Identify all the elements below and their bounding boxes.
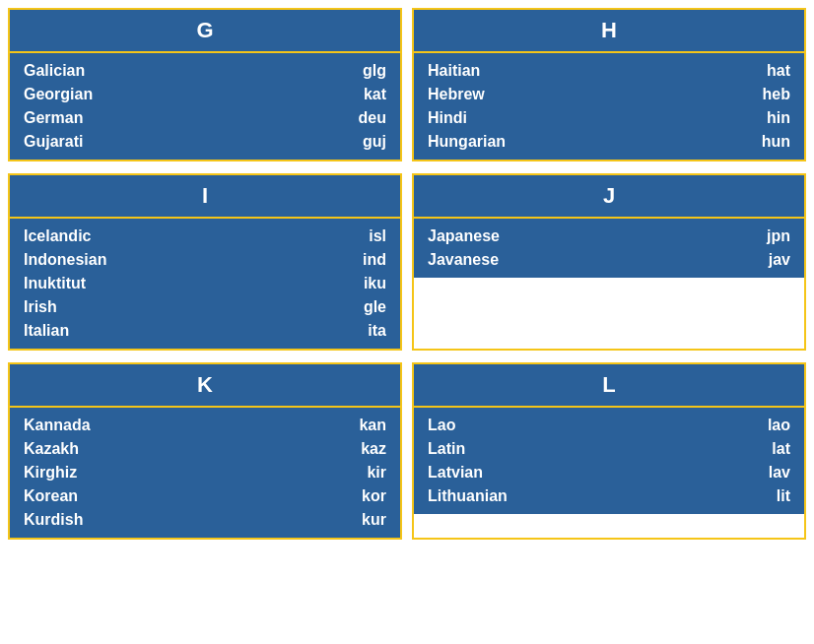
language-name: Japanese	[428, 227, 500, 245]
list-item[interactable]: Hindihin	[428, 106, 790, 130]
language-code: lat	[772, 440, 790, 458]
language-code: kur	[362, 511, 386, 529]
language-code: jpn	[767, 227, 790, 245]
language-name: Galician	[24, 62, 85, 80]
section-header-i: I	[10, 175, 400, 219]
language-name: Lao	[428, 417, 455, 434]
section-header-g: G	[10, 10, 400, 53]
section-g: GGalicianglgGeorgiankatGermandeuGujarati…	[8, 8, 402, 161]
list-item[interactable]: Galicianglg	[24, 59, 386, 83]
language-code: ita	[368, 322, 386, 340]
language-name: Irish	[24, 298, 57, 316]
language-name: Latvian	[428, 464, 483, 482]
list-item[interactable]: Latvianlav	[428, 461, 790, 484]
language-row: GGalicianglgGeorgiankatGermandeuGujarati…	[8, 8, 806, 161]
list-item[interactable]: Gujaratiguj	[24, 130, 386, 154]
section-body-j: JapanesejpnJavanesejav	[414, 219, 804, 278]
language-code: kor	[362, 487, 386, 505]
section-k: KKannadakanKazakhkazKirghizkirKoreankorK…	[8, 362, 402, 540]
language-code: guj	[363, 133, 386, 151]
list-item[interactable]: Kurdishkur	[24, 508, 386, 532]
language-code: heb	[763, 86, 790, 103]
list-item[interactable]: Lithuanianlit	[428, 484, 790, 508]
list-item[interactable]: Irishgle	[24, 295, 386, 319]
language-name: Latin	[428, 440, 465, 458]
language-name: Hebrew	[428, 86, 485, 103]
language-code: hat	[767, 62, 790, 80]
language-code: deu	[359, 109, 386, 127]
language-code: lao	[768, 417, 790, 434]
section-j: JJapanesejpnJavanesejav	[412, 173, 806, 351]
section-l: LLaolaoLatinlatLatvianlavLithuanianlit	[412, 362, 806, 540]
language-name: Korean	[24, 487, 78, 505]
language-name: Kannada	[24, 417, 91, 434]
list-item[interactable]: Japanesejpn	[428, 225, 790, 248]
language-name: Indonesian	[24, 251, 106, 269]
language-code: lav	[769, 464, 790, 482]
list-item[interactable]: Kazakhkaz	[24, 437, 386, 461]
list-item[interactable]: Kirghizkir	[24, 461, 386, 484]
language-name: Javanese	[428, 251, 499, 269]
language-code: kir	[367, 464, 386, 482]
language-name: Icelandic	[24, 227, 91, 245]
language-name: Hindi	[428, 109, 467, 127]
section-body-k: KannadakanKazakhkazKirghizkirKoreankorKu…	[10, 408, 400, 538]
language-code: iku	[364, 275, 386, 292]
language-code: kan	[359, 417, 386, 434]
language-code: glg	[363, 62, 386, 80]
list-item[interactable]: Hungarianhun	[428, 130, 790, 154]
section-i: IIcelandicislIndonesianindInuktitutikuIr…	[8, 173, 402, 351]
list-item[interactable]: Haitianhat	[428, 59, 790, 83]
list-item[interactable]: Georgiankat	[24, 83, 386, 106]
section-header-k: K	[10, 364, 400, 408]
section-header-l: L	[414, 364, 804, 408]
language-name: Georgian	[24, 86, 93, 103]
list-item[interactable]: Germandeu	[24, 106, 386, 130]
language-name: Inuktitut	[24, 275, 86, 292]
language-code: hin	[767, 109, 790, 127]
section-header-j: J	[414, 175, 804, 219]
language-name: Kurdish	[24, 511, 83, 529]
list-item[interactable]: Latinlat	[428, 437, 790, 461]
list-item[interactable]: Inuktitutiku	[24, 272, 386, 295]
list-item[interactable]: Indonesianind	[24, 248, 386, 272]
list-item[interactable]: Icelandicisl	[24, 225, 386, 248]
language-name: Kazakh	[24, 440, 79, 458]
language-code: kaz	[361, 440, 386, 458]
section-body-h: HaitianhatHebrewhebHindihinHungarianhun	[414, 53, 804, 160]
language-row: KKannadakanKazakhkazKirghizkirKoreankorK…	[8, 362, 806, 540]
language-code: ind	[363, 251, 386, 269]
list-item[interactable]: Koreankor	[24, 484, 386, 508]
language-code: gle	[364, 298, 386, 316]
language-name: Haitian	[428, 62, 480, 80]
list-item[interactable]: Hebrewheb	[428, 83, 790, 106]
language-code: jav	[769, 251, 790, 269]
language-name: Gujarati	[24, 133, 83, 151]
section-h: HHaitianhatHebrewhebHindihinHungarianhun	[412, 8, 806, 161]
section-body-g: GalicianglgGeorgiankatGermandeuGujaratig…	[10, 53, 400, 160]
language-name: German	[24, 109, 83, 127]
list-item[interactable]: Kannadakan	[24, 414, 386, 437]
language-name: Lithuanian	[428, 487, 508, 505]
language-code: isl	[369, 227, 386, 245]
language-name: Italian	[24, 322, 69, 340]
list-item[interactable]: Italianita	[24, 319, 386, 343]
language-code: hun	[762, 133, 790, 151]
section-header-h: H	[414, 10, 804, 53]
language-name: Kirghiz	[24, 464, 77, 482]
language-row: IIcelandicislIndonesianindInuktitutikuIr…	[8, 173, 806, 351]
language-code: kat	[364, 86, 386, 103]
language-code: lit	[777, 487, 790, 505]
list-item[interactable]: Javanesejav	[428, 248, 790, 272]
section-body-i: IcelandicislIndonesianindInuktitutikuIri…	[10, 219, 400, 349]
list-item[interactable]: Laolao	[428, 414, 790, 437]
language-name: Hungarian	[428, 133, 506, 151]
main-container: GGalicianglgGeorgiankatGermandeuGujarati…	[8, 8, 806, 540]
section-body-l: LaolaoLatinlatLatvianlavLithuanianlit	[414, 408, 804, 514]
